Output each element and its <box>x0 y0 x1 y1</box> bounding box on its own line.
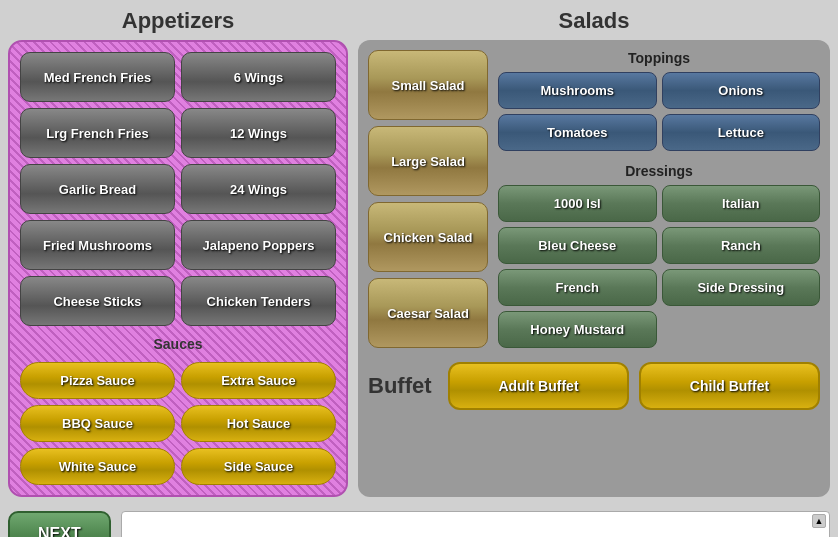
salads-content: Small SaladLarge SaladChicken SaladCaesa… <box>358 40 830 497</box>
appetizer-item-button[interactable]: Garlic Bread <box>20 164 175 214</box>
salads-section: Salads Small SaladLarge SaladChicken Sal… <box>358 8 830 497</box>
appetizer-item-button[interactable]: Fried Mushrooms <box>20 220 175 270</box>
buffet-row: Buffet Adult Buffet Child Buffet <box>368 362 820 410</box>
dressings-grid: 1000 IslItalianBleu CheeseRanchFrenchSid… <box>498 185 820 348</box>
sauces-label: Sauces <box>20 336 336 352</box>
appetizer-item-button[interactable]: 24 Wings <box>181 164 336 214</box>
salads-main: Small SaladLarge SaladChicken SaladCaesa… <box>368 50 820 348</box>
appetizer-item-button[interactable]: Chicken Tenders <box>181 276 336 326</box>
salads-title: Salads <box>358 8 830 34</box>
salads-list: Small SaladLarge SaladChicken SaladCaesa… <box>368 50 488 348</box>
topping-item-button[interactable]: Tomatoes <box>498 114 657 151</box>
appetizers-grid-wrapper: Med French Fries6 WingsLrg French Fries1… <box>8 40 348 497</box>
adult-buffet-button[interactable]: Adult Buffet <box>448 362 629 410</box>
dressing-item-button[interactable]: 1000 Isl <box>498 185 657 222</box>
scroll-up-arrow[interactable]: ▲ <box>812 514 826 528</box>
appetizers-title: Appetizers <box>8 8 348 34</box>
sauces-grid: Pizza SauceExtra SauceBBQ SauceHot Sauce… <box>20 362 336 485</box>
appetizer-item-button[interactable]: 12 Wings <box>181 108 336 158</box>
sauce-item-button[interactable]: BBQ Sauce <box>20 405 175 442</box>
dressings-title: Dressings <box>498 163 820 179</box>
scrollbar[interactable]: ▲ <box>811 512 827 537</box>
dressing-item-button[interactable]: Italian <box>662 185 821 222</box>
child-buffet-button[interactable]: Child Buffet <box>639 362 820 410</box>
appetizers-section: Appetizers Med French Fries6 WingsLrg Fr… <box>8 8 348 497</box>
salad-item-button[interactable]: Caesar Salad <box>368 278 488 348</box>
dressing-item-button[interactable]: Side Dressing <box>662 269 821 306</box>
salad-item-button[interactable]: Large Salad <box>368 126 488 196</box>
appetizer-item-button[interactable]: Jalapeno Poppers <box>181 220 336 270</box>
appetizer-item-button[interactable]: 6 Wings <box>181 52 336 102</box>
next-button[interactable]: NEXT <box>8 511 111 537</box>
salad-item-button[interactable]: Chicken Salad <box>368 202 488 272</box>
dressing-item-button[interactable]: French <box>498 269 657 306</box>
buffet-buttons: Adult Buffet Child Buffet <box>448 362 820 410</box>
appetizer-item-button[interactable]: Med French Fries <box>20 52 175 102</box>
dressing-item-button[interactable]: Bleu Cheese <box>498 227 657 264</box>
sauce-item-button[interactable]: Extra Sauce <box>181 362 336 399</box>
sauce-item-button[interactable]: White Sauce <box>20 448 175 485</box>
appetizer-item-button[interactable]: Cheese Sticks <box>20 276 175 326</box>
scroll-area: ▲ <box>121 511 830 537</box>
sauce-item-button[interactable]: Side Sauce <box>181 448 336 485</box>
toppings-grid: MushroomsOnionsTomatoesLettuce <box>498 72 820 151</box>
dressing-item-button[interactable]: Ranch <box>662 227 821 264</box>
dressing-item-button[interactable]: Honey Mustard <box>498 311 657 348</box>
bottom-row: NEXT ▲ <box>0 505 838 537</box>
toppings-dressings: Toppings MushroomsOnionsTomatoesLettuce … <box>498 50 820 348</box>
toppings-title: Toppings <box>498 50 820 66</box>
appetizer-item-button[interactable]: Lrg French Fries <box>20 108 175 158</box>
topping-item-button[interactable]: Onions <box>662 72 821 109</box>
salad-item-button[interactable]: Small Salad <box>368 50 488 120</box>
topping-item-button[interactable]: Mushrooms <box>498 72 657 109</box>
sauce-item-button[interactable]: Pizza Sauce <box>20 362 175 399</box>
topping-item-button[interactable]: Lettuce <box>662 114 821 151</box>
sauce-item-button[interactable]: Hot Sauce <box>181 405 336 442</box>
appetizers-grid: Med French Fries6 WingsLrg French Fries1… <box>20 52 336 326</box>
buffet-label: Buffet <box>368 373 438 399</box>
